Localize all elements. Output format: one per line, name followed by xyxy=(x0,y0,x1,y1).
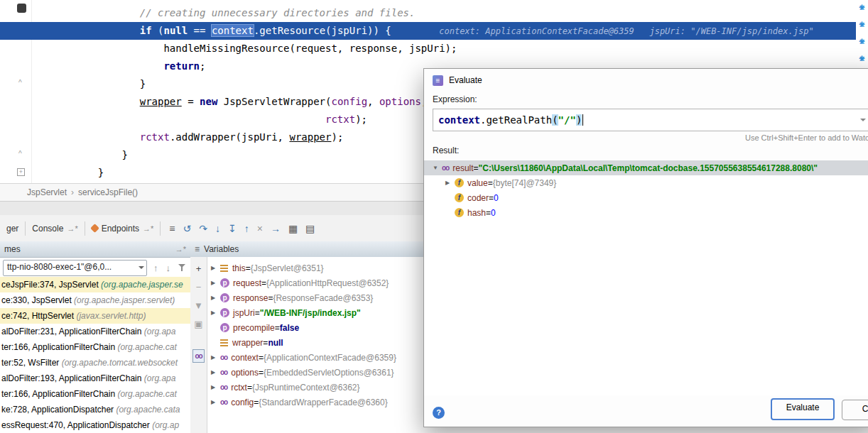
current-execution-line[interactable]: if (null == context.getResource(jspUri))… xyxy=(0,22,868,40)
variables-toolbar: +−▼▣oo xyxy=(190,257,207,433)
stack-frame[interactable]: ter:52, WsFilter (org.apache.tomcat.webs… xyxy=(0,355,190,371)
value-icon xyxy=(220,265,228,272)
stack-frame[interactable]: ce:742, HttpServlet (javax.servlet.http) xyxy=(0,308,190,324)
evaluate-dialog-titlebar[interactable]: ≡ Evaluate xyxy=(424,69,868,92)
next-frame-icon[interactable]: ↓ xyxy=(166,263,171,273)
frame-package: (org.apache.cata xyxy=(116,405,180,415)
step-into-icon[interactable]: ↓ xyxy=(215,224,220,234)
variable-value: {ApplicationHttpRequest@6352} xyxy=(266,278,389,288)
parameter-icon: p xyxy=(220,278,229,287)
variable-icon: oo xyxy=(220,383,227,391)
tab-label: Endpoints xyxy=(102,224,139,234)
expression-token: .getRealPath xyxy=(480,114,552,126)
stack-frame[interactable]: alDoFilter:193, ApplicationFilterChain (… xyxy=(0,371,190,386)
result-child-row[interactable]: ▶fvalue = {byte[74]@7349} xyxy=(424,175,868,190)
result-name: result xyxy=(452,163,473,173)
variables-menu-icon[interactable]: ≡ xyxy=(195,244,200,254)
gear-icon[interactable]: +× xyxy=(857,53,867,64)
evaluate-watch-icon[interactable]: oo xyxy=(192,349,204,363)
tab-debugger[interactable]: ger xyxy=(0,215,25,241)
remove-watch-icon[interactable]: − xyxy=(196,283,202,292)
restore-layout-icon[interactable]: ≡ xyxy=(169,224,175,234)
expand-icon[interactable]: ▶ xyxy=(211,280,220,286)
chevron-down-icon[interactable] xyxy=(860,119,866,121)
result-child-row[interactable]: fcoder = 0 xyxy=(424,190,868,205)
expand-icon[interactable]: ▶ xyxy=(211,384,220,390)
variable-row[interactable]: ▶oorctxt = {JspRuntimeContext@6362} xyxy=(207,380,423,395)
close-button[interactable]: Close xyxy=(842,400,868,420)
code-token: } xyxy=(32,149,128,160)
evaluate-button[interactable]: Evaluate xyxy=(771,398,835,420)
step-over-icon[interactable]: ↷ xyxy=(199,224,207,234)
stack-frame[interactable]: essRequest:470, ApplicationDispatcher (o… xyxy=(0,417,190,433)
stack-frame[interactable]: ter:166, ApplicationFilterChain (org.apa… xyxy=(0,386,190,402)
stack-frame[interactable]: alDoFilter:231, ApplicationFilterChain (… xyxy=(0,324,190,339)
code-token: return xyxy=(163,60,200,72)
add-watch-icon[interactable]: + xyxy=(196,264,202,273)
stack-frame[interactable]: ke:728, ApplicationDispatcher (org.apach… xyxy=(0,402,190,417)
breadcrumb-class[interactable]: JspServlet xyxy=(27,187,67,197)
variable-row[interactable]: ▶presponse = {ResponseFacade@6353} xyxy=(207,290,423,305)
expand-icon[interactable]: ▶ xyxy=(445,180,455,186)
variable-row[interactable]: ▶pjspUri = "/WEB-INF/jsp/index.jsp" xyxy=(207,305,423,320)
tab-jump-icon: →* xyxy=(143,224,153,233)
previous-frame-icon[interactable]: ↑ xyxy=(153,263,158,273)
expand-icon[interactable]: ▶ xyxy=(211,369,220,376)
variable-row[interactable]: wrapper = null xyxy=(207,335,423,350)
run-to-cursor-icon[interactable]: → xyxy=(271,224,281,234)
expand-icon[interactable]: ▼ xyxy=(194,301,203,310)
filter-icon[interactable] xyxy=(178,263,186,272)
variable-row[interactable]: ▶oooptions = {EmbeddedServletOptions@636… xyxy=(207,365,423,380)
expand-icon[interactable]: ▶ xyxy=(211,295,220,301)
code-line[interactable]: handleMissingResource(request, response,… xyxy=(0,40,868,57)
tab-label: Console xyxy=(32,224,63,234)
variable-row[interactable]: ▶ooconfig = {StandardWrapperFacade@6360} xyxy=(207,395,423,410)
result-child-row[interactable]: fhash = 0 xyxy=(424,205,868,220)
breadcrumb-method[interactable]: serviceJspFile() xyxy=(78,187,138,197)
code-token: rctxt xyxy=(140,131,170,143)
gear-icon[interactable]: +× xyxy=(857,2,867,13)
expand-icon[interactable]: ▶ xyxy=(211,399,220,405)
expression-hint: Use Ctrl+Shift+Enter to add to Watches xyxy=(745,133,868,142)
expand-icon[interactable]: ▶ xyxy=(211,354,220,361)
expression-label: Expression: xyxy=(424,92,868,107)
equals-sign: = xyxy=(488,178,493,188)
expression-input[interactable]: context.getRealPath("/") xyxy=(433,109,868,131)
stack-frame[interactable]: ce:330, JspServlet (org.apache.jasper.se… xyxy=(0,292,190,308)
equals-sign: = xyxy=(474,163,479,173)
stack-frame[interactable]: ceJspFile:374, JspServlet (org.apache.ja… xyxy=(0,277,190,292)
frames-pin-icon[interactable]: →* xyxy=(175,245,186,253)
variable-value: 0 xyxy=(491,208,496,218)
variable-row[interactable]: ▶this = {JspServlet@6351} xyxy=(207,261,423,275)
code-token: JspServletWrapper( xyxy=(217,96,331,107)
view-options-icon[interactable]: ▦ xyxy=(288,224,298,234)
variables-list: ▶this = {JspServlet@6351}▶prequest = {Ap… xyxy=(207,257,423,433)
layout-grid-icon[interactable]: ▤ xyxy=(305,224,315,234)
thread-selector[interactable]: ttp-nio-8080-exec-1"@6,0... xyxy=(3,260,147,276)
collapse-icon[interactable]: ▼ xyxy=(433,165,442,171)
thread-row: ttp-nio-8080-exec-1"@6,0... ↑↓ xyxy=(0,258,190,278)
tab-endpoints[interactable]: Endpoints→* xyxy=(85,215,161,241)
result-row[interactable]: ▼ooresult = "C:\Users\11860\AppData\Loca… xyxy=(424,160,868,175)
drop-frame-icon[interactable]: × xyxy=(257,224,263,234)
step-out-icon[interactable]: ↑ xyxy=(244,224,249,234)
help-icon[interactable]: ? xyxy=(433,407,445,419)
force-step-into-icon[interactable]: ↧ xyxy=(228,224,237,234)
variable-row[interactable]: ▶oocontext = {ApplicationContextFacade@6… xyxy=(207,350,423,365)
expand-icon[interactable]: ▶ xyxy=(211,265,220,271)
code-line[interactable]: // creating unnecessary directories and … xyxy=(0,4,868,22)
tab-console[interactable]: Console→* xyxy=(26,215,84,241)
variable-row[interactable]: ▶prequest = {ApplicationHttpRequest@6352… xyxy=(207,275,423,290)
gear-icon[interactable]: +× xyxy=(857,36,867,47)
stack-frame[interactable]: ter:166, ApplicationFilterChain (org.apa… xyxy=(0,339,190,355)
rerun-icon[interactable]: ↺ xyxy=(183,224,191,234)
gear-icon[interactable]: +× xyxy=(857,19,867,30)
expand-icon[interactable]: ▶ xyxy=(211,309,220,316)
equals-sign: = xyxy=(255,308,260,318)
duplicate-icon[interactable]: ▣ xyxy=(194,319,202,329)
frame-package: (org.ap xyxy=(152,420,179,430)
frame-package: (org.apache.jasper.se xyxy=(101,280,183,290)
field-icon: f xyxy=(455,193,464,202)
variable-row[interactable]: pprecompile = false xyxy=(207,320,423,335)
code-token: ; xyxy=(200,60,205,72)
